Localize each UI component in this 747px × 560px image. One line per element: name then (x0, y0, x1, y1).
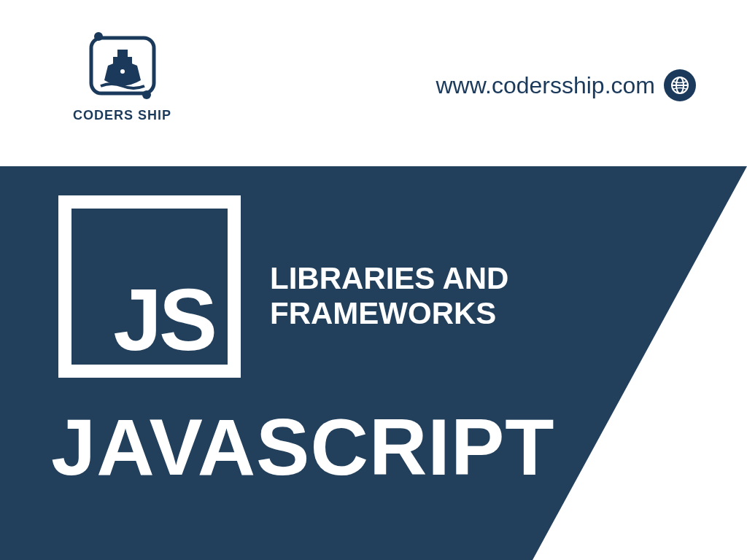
subtitle-line-2: FRAMEWORKS (270, 296, 508, 331)
hero-panel: JS LIBRARIES AND FRAMEWORKS JAVASCRIPT (0, 166, 747, 560)
js-logo-letters: JS (113, 276, 214, 363)
svg-point-2 (142, 90, 151, 99)
subtitle-line-1: LIBRARIES AND (270, 261, 508, 296)
brand-name: CODERS SHIP (73, 108, 171, 123)
svg-point-5 (120, 69, 125, 74)
js-logo-box: JS (58, 195, 241, 378)
header-bar: CODERS SHIP www.codersship.com (0, 0, 747, 168)
globe-icon (664, 69, 696, 101)
website-url: www.codersship.com (436, 72, 655, 99)
svg-point-1 (94, 32, 103, 41)
svg-rect-4 (113, 57, 132, 66)
brand-logo-block: CODERS SHIP (73, 29, 171, 123)
website-url-block: www.codersship.com (436, 69, 696, 101)
ship-logo-icon (82, 29, 163, 102)
hero-subtitle: LIBRARIES AND FRAMEWORKS (270, 261, 508, 332)
hero-title: JAVASCRIPT (51, 407, 554, 487)
